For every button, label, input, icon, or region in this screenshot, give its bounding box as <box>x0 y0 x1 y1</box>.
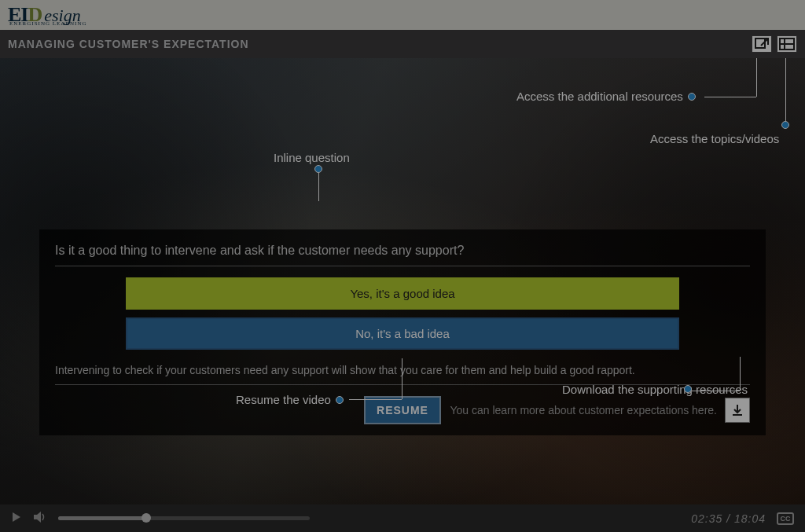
time-display: 02:35 / 18:04 <box>691 512 766 525</box>
callout-resume-label: Resume the video <box>236 393 331 406</box>
volume-icon <box>33 512 47 523</box>
progress-thumb[interactable] <box>142 513 151 523</box>
closed-captions-button[interactable]: CC <box>777 512 794 525</box>
callout-dot <box>336 396 344 404</box>
play-icon <box>11 512 22 523</box>
resources-button[interactable] <box>752 35 772 53</box>
callout-topics-label: Access the topics/videos <box>650 132 779 145</box>
svg-marker-6 <box>34 512 41 523</box>
download-button[interactable] <box>725 398 750 423</box>
callout-resources-label: Access the additional resources <box>516 90 683 103</box>
callout-inline-dot-wrap <box>314 165 322 173</box>
progress-bar[interactable] <box>58 516 310 520</box>
time-separator: / <box>726 512 734 525</box>
callout-resume: Resume the video <box>236 393 344 406</box>
progress-fill <box>58 516 146 520</box>
menu-grid-icon <box>779 38 795 50</box>
callout-dot <box>688 93 696 101</box>
callout-download-label: Download the supporting resources <box>562 383 748 396</box>
panel-bottom-row: RESUME You can learn more about customer… <box>55 396 750 424</box>
brand-header: EI D esign ENERGISING LEARNING <box>0 0 805 30</box>
svg-marker-5 <box>13 512 20 522</box>
inline-question-panel: Is it a good thing to intervene and ask … <box>39 229 766 435</box>
external-resources-icon <box>755 38 769 50</box>
learn-more-text: You can learn more about customer expect… <box>450 404 717 416</box>
brand-logo: EI D esign ENERGISING LEARNING <box>8 3 81 27</box>
question-text: Is it a good thing to intervene and ask … <box>55 244 750 266</box>
course-title: MANAGING CUSTOMER'S EXPECTATION <box>8 38 249 50</box>
topics-button[interactable] <box>777 35 797 53</box>
answer-options: Yes, it's a good idea No, it's a bad ide… <box>55 277 750 350</box>
player-controls: 02:35 / 18:04 CC <box>0 504 805 532</box>
answer-option-no[interactable]: No, it's a bad idea <box>126 317 679 350</box>
callout-resources: Access the additional resources <box>516 90 696 103</box>
resume-button[interactable]: RESUME <box>364 396 441 424</box>
callout-dot <box>314 165 322 173</box>
answer-option-yes[interactable]: Yes, it's a good idea <box>126 277 679 310</box>
logo-tagline: ENERGISING LEARNING <box>9 20 87 27</box>
callout-inline-question-label: Inline question <box>274 151 350 164</box>
cc-icon: CC <box>781 515 791 523</box>
download-icon <box>731 404 744 416</box>
callout-topics: Access the topics/videos <box>650 132 779 145</box>
callout-inline-question: Inline question <box>274 151 350 164</box>
callout-topics-dot-wrap <box>781 121 789 129</box>
play-button[interactable] <box>11 512 22 526</box>
current-time: 02:35 <box>691 512 722 525</box>
feedback-text: Intervening to check if your customers n… <box>55 358 750 385</box>
callout-dot <box>684 385 692 393</box>
callout-dot <box>781 121 789 129</box>
app-root: EI D esign ENERGISING LEARNING MANAGING … <box>0 0 805 532</box>
title-bar: MANAGING CUSTOMER'S EXPECTATION <box>0 30 805 58</box>
video-area: Access the additional resources Access t… <box>0 58 805 504</box>
callout-download: Download the supporting resources <box>562 383 748 396</box>
duration: 18:04 <box>734 512 766 525</box>
titlebar-icons <box>752 35 797 53</box>
volume-button[interactable] <box>33 512 47 526</box>
callout-download-dot-wrap <box>684 385 692 393</box>
